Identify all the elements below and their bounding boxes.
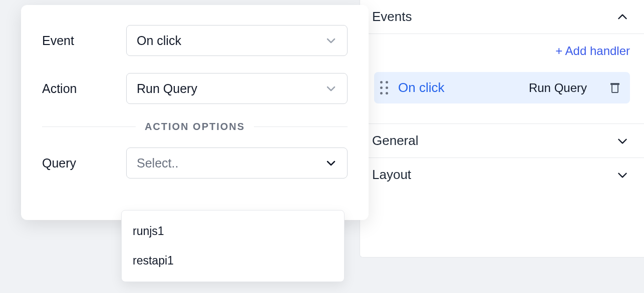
query-option-restapi1[interactable]: restapi1 — [122, 246, 344, 276]
chevron-down-icon — [325, 34, 337, 46]
trash-icon[interactable] — [609, 82, 621, 94]
chevron-down-icon — [616, 134, 629, 148]
add-handler-button[interactable]: + Add handler — [555, 44, 630, 58]
event-row: Event On click — [42, 25, 348, 56]
chevron-down-icon — [325, 157, 337, 169]
divider-label: ACTION OPTIONS — [145, 121, 245, 132]
query-option-runjs1[interactable]: runjs1 — [122, 216, 344, 246]
query-select[interactable]: Select.. — [126, 148, 348, 178]
drag-handle-icon[interactable] — [380, 81, 388, 94]
inspector-panel: Events + Add handler On click Run Query … — [360, 0, 644, 258]
event-handler-card[interactable]: On click Run Query — [374, 72, 630, 104]
action-options-divider: ACTION OPTIONS — [42, 121, 348, 132]
layout-section-header[interactable]: Layout — [360, 158, 644, 192]
action-label: Action — [42, 82, 126, 96]
layout-title: Layout — [372, 167, 411, 182]
add-handler-row: + Add handler — [374, 44, 630, 58]
handler-action-name: Run Query — [529, 81, 587, 95]
chevron-up-icon — [616, 10, 629, 24]
events-section-body: + Add handler On click Run Query — [360, 34, 644, 124]
action-select-value: Run Query — [137, 82, 197, 96]
general-title: General — [372, 133, 419, 148]
query-dropdown-menu: runjs1 restapi1 — [121, 210, 345, 282]
events-section-header[interactable]: Events — [360, 0, 644, 34]
handler-event-name: On click — [398, 80, 444, 96]
general-section-header[interactable]: General — [360, 124, 644, 158]
query-label: Query — [42, 156, 126, 170]
svg-rect-1 — [612, 84, 618, 92]
query-row: Query Select.. — [42, 148, 348, 178]
event-select[interactable]: On click — [126, 25, 348, 56]
event-select-value: On click — [137, 34, 181, 48]
chevron-down-icon — [325, 82, 337, 94]
event-label: Event — [42, 34, 126, 48]
chevron-down-icon — [616, 168, 629, 182]
query-select-placeholder: Select.. — [137, 156, 178, 170]
action-select[interactable]: Run Query — [126, 73, 348, 104]
event-handler-popover: Event On click Action Run Query ACTION O… — [21, 5, 369, 220]
events-title: Events — [372, 9, 412, 24]
action-row: Action Run Query — [42, 73, 348, 104]
